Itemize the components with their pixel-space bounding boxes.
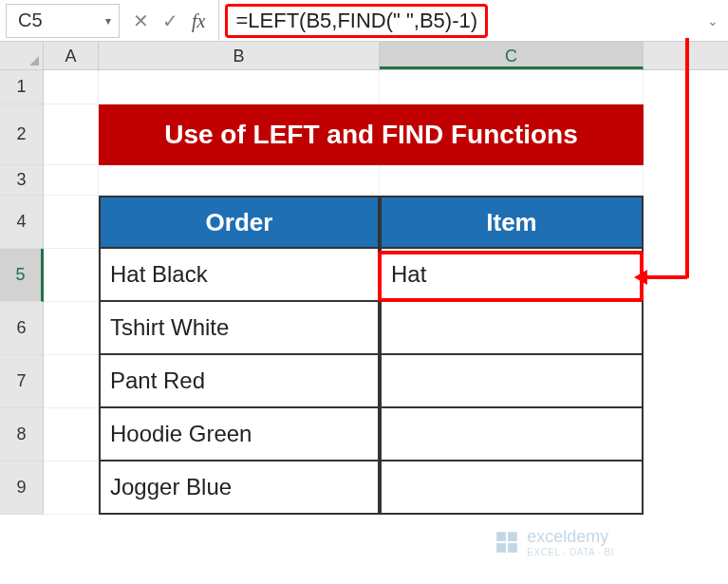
cell[interactable] bbox=[44, 462, 99, 515]
enter-icon[interactable]: ✓ bbox=[162, 11, 178, 30]
row-9: 9 Jogger Blue bbox=[0, 462, 728, 515]
cell[interactable] bbox=[99, 165, 380, 196]
row-header[interactable]: 8 bbox=[0, 408, 44, 462]
data-order[interactable]: Hat Black bbox=[99, 249, 380, 302]
data-order[interactable]: Hoodie Green bbox=[99, 408, 380, 462]
cell[interactable] bbox=[380, 70, 644, 104]
cell[interactable] bbox=[44, 355, 99, 408]
header-order[interactable]: Order bbox=[99, 196, 380, 249]
row-header[interactable]: 5 bbox=[0, 249, 44, 302]
row-8: 8 Hoodie Green bbox=[0, 408, 728, 462]
data-item[interactable] bbox=[380, 462, 644, 515]
watermark-icon bbox=[495, 530, 519, 555]
row-6: 6 Tshirt White bbox=[0, 302, 728, 355]
cell[interactable] bbox=[44, 249, 99, 302]
data-item[interactable]: Hat bbox=[380, 249, 644, 302]
watermark-text: exceldemy EXCEL · DATA · BI bbox=[527, 527, 614, 557]
cell[interactable] bbox=[44, 408, 99, 462]
row-header[interactable]: 3 bbox=[0, 165, 44, 196]
title-cell[interactable]: Use of LEFT and FIND Functions bbox=[99, 104, 644, 165]
data-order[interactable]: Jogger Blue bbox=[99, 462, 380, 515]
formula-bar-buttons: ✕ ✓ fx bbox=[120, 0, 219, 41]
header-item[interactable]: Item bbox=[380, 196, 644, 249]
name-box-value: C5 bbox=[18, 9, 43, 31]
row-header[interactable]: 7 bbox=[0, 355, 44, 408]
row-3: 3 bbox=[0, 165, 728, 196]
watermark: exceldemy EXCEL · DATA · BI bbox=[495, 527, 614, 557]
rows-container: 1 2 Use of LEFT and FIND Functions 3 4 O… bbox=[0, 70, 728, 515]
chevron-down-icon[interactable]: ▾ bbox=[105, 14, 111, 28]
row-2: 2 Use of LEFT and FIND Functions bbox=[0, 104, 728, 165]
data-order[interactable]: Pant Red bbox=[99, 355, 380, 408]
cell[interactable] bbox=[44, 165, 99, 196]
data-item[interactable] bbox=[380, 408, 644, 462]
cell[interactable] bbox=[44, 196, 99, 249]
cell[interactable] bbox=[44, 302, 99, 355]
cancel-icon[interactable]: ✕ bbox=[133, 11, 149, 30]
formula-input-wrap: =LEFT(B5,FIND(" ",B5)-1) ⌄ bbox=[219, 0, 728, 41]
fx-icon[interactable]: fx bbox=[192, 11, 205, 30]
cell[interactable] bbox=[99, 70, 380, 104]
cell[interactable] bbox=[44, 70, 99, 104]
svg-rect-2 bbox=[496, 543, 506, 553]
row-header[interactable]: 4 bbox=[0, 196, 44, 249]
spreadsheet-grid: A B C 1 2 Use of LEFT and FIND Functions… bbox=[0, 42, 728, 515]
col-header-A[interactable]: A bbox=[44, 42, 99, 69]
svg-rect-1 bbox=[508, 532, 517, 541]
row-header[interactable]: 2 bbox=[0, 104, 44, 165]
row-header[interactable]: 9 bbox=[0, 462, 44, 515]
cell[interactable] bbox=[44, 104, 99, 165]
row-header[interactable]: 6 bbox=[0, 302, 44, 355]
formula-input[interactable]: =LEFT(B5,FIND(" ",B5)-1) bbox=[225, 4, 488, 38]
svg-rect-0 bbox=[496, 532, 506, 541]
data-item[interactable] bbox=[380, 355, 644, 408]
col-header-C[interactable]: C bbox=[380, 42, 644, 69]
row-7: 7 Pant Red bbox=[0, 355, 728, 408]
column-headers: A B C bbox=[0, 42, 728, 70]
svg-rect-3 bbox=[508, 543, 517, 553]
cell[interactable] bbox=[380, 165, 644, 196]
data-item[interactable] bbox=[380, 302, 644, 355]
row-header[interactable]: 1 bbox=[0, 70, 44, 104]
select-all-corner[interactable] bbox=[0, 42, 44, 69]
watermark-tagline: EXCEL · DATA · BI bbox=[527, 547, 614, 557]
formula-bar: C5 ▾ ✕ ✓ fx =LEFT(B5,FIND(" ",B5)-1) ⌄ bbox=[0, 0, 728, 42]
row-4: 4 Order Item bbox=[0, 196, 728, 249]
row-5: 5 Hat Black Hat bbox=[0, 249, 728, 302]
data-order[interactable]: Tshirt White bbox=[99, 302, 380, 355]
watermark-name: exceldemy bbox=[527, 527, 608, 546]
expand-chevron-icon[interactable]: ⌄ bbox=[707, 13, 719, 28]
col-header-B[interactable]: B bbox=[99, 42, 380, 69]
name-box[interactable]: C5 ▾ bbox=[6, 4, 120, 38]
row-1: 1 bbox=[0, 70, 728, 104]
